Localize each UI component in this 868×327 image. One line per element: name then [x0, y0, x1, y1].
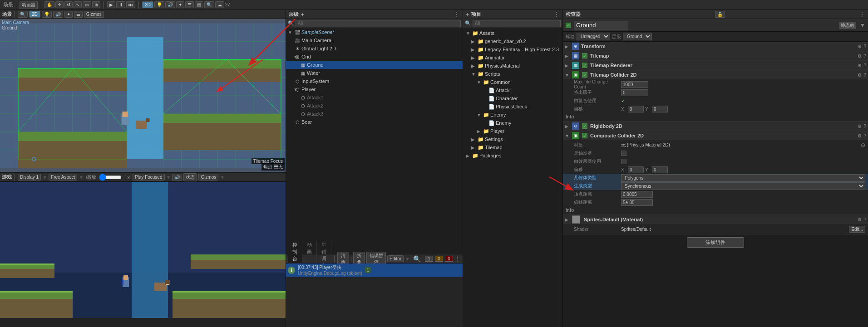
- composite-collider-header[interactable]: ▼ ▣ ✓ Composite Collider 2D ⚙ ?: [563, 131, 868, 140]
- hidden-btn[interactable]: ☰: [185, 1, 194, 8]
- tilemap-help[interactable]: ?: [863, 54, 866, 59]
- tree-water[interactable]: ▦ Water: [286, 69, 463, 77]
- composite-collider-settings[interactable]: ⚙: [858, 133, 862, 138]
- scene-hide-btn[interactable]: ☰: [74, 11, 83, 18]
- proj-packages[interactable]: ▶ 📁 Packages: [464, 151, 562, 160]
- scene-2d-btn[interactable]: 2D: [29, 11, 40, 18]
- tree-attack1[interactable]: ⬡ Attack1: [286, 93, 463, 102]
- proj-generic-char[interactable]: ▶ 📁 generic_char_v0.2: [464, 37, 562, 45]
- tilemap-renderer-header[interactable]: ▶ ▦ ✓ Tilemap Renderer ⚙ ?: [563, 61, 868, 70]
- rigidbody-check[interactable]: ✓: [582, 123, 587, 129]
- material-prop-target[interactable]: ⊙: [861, 142, 865, 148]
- rigidbody-settings[interactable]: ⚙: [858, 124, 862, 129]
- composite-collider-check[interactable]: ✓: [582, 133, 587, 138]
- hierarchy-add-btn[interactable]: +: [301, 11, 304, 18]
- lighting-btn[interactable]: 💡: [154, 1, 164, 8]
- tilemap-collider-help[interactable]: ?: [863, 73, 866, 78]
- vertex-dist-input[interactable]: [621, 191, 653, 198]
- offset-dist-input[interactable]: [621, 199, 653, 206]
- scene-gizmos-btn[interactable]: Gizmos: [84, 11, 104, 18]
- proj-enemy-folder[interactable]: ▼ 📁 Enemy: [464, 111, 562, 119]
- step-btn[interactable]: ⏭: [126, 1, 135, 8]
- stats-btn[interactable]: 状态: [183, 173, 197, 181]
- scene-light-btn[interactable]: 💡: [42, 11, 52, 18]
- pause-btn[interactable]: ⏸: [116, 1, 125, 8]
- proj-animator[interactable]: ▶ 📁 Animator: [464, 54, 562, 62]
- proj-physics[interactable]: ▶ 📁 PhysicsMaterial: [464, 62, 562, 70]
- log-item-0[interactable]: i [00:37:43] Player受伤 UnityEngine.Debug:…: [286, 264, 463, 277]
- hierarchy-search-input[interactable]: [296, 20, 461, 27]
- proj-attack-script[interactable]: 📄 Attack: [464, 86, 562, 94]
- play-btn[interactable]: ▶: [107, 1, 115, 8]
- tilemap-collider-header[interactable]: ▼ ▣ ✓ Tilemap Collider 2D ⚙ ?: [563, 70, 868, 79]
- rigidbody-help[interactable]: ?: [863, 124, 866, 129]
- tree-grid[interactable]: ▼ ⊞ Grid: [286, 53, 463, 61]
- editor-btn[interactable]: Editor: [387, 255, 404, 262]
- tree-global-light[interactable]: ☀ Global Light 2D: [286, 44, 463, 53]
- tree-input[interactable]: ⬡ InputSystem: [286, 77, 463, 85]
- layout-btn[interactable]: ▤: [195, 1, 203, 8]
- object-enable-checkbox[interactable]: ✓: [566, 23, 571, 28]
- tilemap-settings[interactable]: ⚙: [858, 54, 862, 59]
- composite-collider-help[interactable]: ?: [863, 133, 866, 138]
- tree-player[interactable]: ▼ ⬡ Player: [286, 85, 463, 93]
- static-arrow[interactable]: ▼: [860, 22, 865, 29]
- tag-dropdown[interactable]: Untagged: [577, 33, 610, 40]
- scale-slider[interactable]: [99, 174, 122, 181]
- search-btn[interactable]: 🔍: [204, 1, 214, 8]
- proj-tilemap-folder[interactable]: ▶ 📁 Tilemap: [464, 143, 562, 151]
- tilemap-collider-check[interactable]: ✓: [582, 72, 587, 78]
- proj-assets[interactable]: ▼ 📁 Assets: [464, 29, 562, 37]
- hierarchy-menu-btn[interactable]: ⋮: [454, 11, 460, 18]
- material-help[interactable]: ?: [863, 217, 866, 222]
- animator-btn[interactable]: 动画器: [20, 1, 38, 9]
- inspector-menu-btn[interactable]: ⋮: [859, 11, 865, 18]
- display-btn[interactable]: Display 1: [18, 174, 41, 181]
- tree-main-camera[interactable]: 🎥 Main Camera: [286, 36, 463, 44]
- scene-audio-btn[interactable]: 🔊: [53, 11, 63, 18]
- effector-checkbox[interactable]: [621, 159, 626, 164]
- tree-attack2[interactable]: ⬡ Attack2: [286, 102, 463, 110]
- scene-effects-btn[interactable]: ✦: [64, 11, 73, 18]
- material-header[interactable]: ▶ Sprites-Default (Material) ⚙ ?: [563, 215, 868, 224]
- used-by-composite-check[interactable]: ✓: [621, 98, 625, 104]
- offset-y-comp[interactable]: [652, 166, 668, 173]
- offset-x-collider[interactable]: [628, 106, 644, 112]
- tilemap-renderer-settings[interactable]: ⚙: [858, 63, 862, 68]
- geometry-dropdown[interactable]: Polygons Outlines: [621, 174, 865, 182]
- tilemap-renderer-check[interactable]: ✓: [582, 63, 587, 68]
- max-tile-input[interactable]: [621, 81, 648, 88]
- proj-settings[interactable]: ▶ 📁 Settings: [464, 135, 562, 143]
- 2d-mode-btn[interactable]: 2D: [142, 1, 153, 8]
- object-name-field[interactable]: [574, 21, 628, 29]
- transform-help[interactable]: ?: [863, 44, 866, 49]
- transform-tool[interactable]: ⊕: [92, 1, 100, 8]
- proj-common[interactable]: ▼ 📁 Common: [464, 78, 562, 86]
- transform-header[interactable]: ▶ ⊕ Transform ⚙ ?: [563, 42, 868, 51]
- project-menu-btn[interactable]: ⋮: [553, 11, 560, 18]
- edit-btn[interactable]: Edit...: [849, 226, 865, 233]
- audio-btn[interactable]: 🔊: [165, 1, 175, 8]
- add-component-btn[interactable]: 添加组件: [687, 237, 744, 248]
- game-gizmos-btn[interactable]: Gizmos: [198, 174, 218, 181]
- proj-character-script[interactable]: 📄 Character: [464, 94, 562, 102]
- tree-boar[interactable]: ⬡ Boar: [286, 118, 463, 126]
- rigidbody-header[interactable]: ▶ ⊙ ✓ Rigidbody 2D ⚙ ?: [563, 122, 868, 131]
- tree-ground[interactable]: ▦ Ground: [286, 61, 463, 69]
- tilemap-header[interactable]: ▶ ▦ ✓ Tilemap ⚙ ?: [563, 51, 868, 60]
- scene-root[interactable]: ▼ 🎬 SampleScene*: [286, 28, 463, 36]
- tilemap-collider-settings[interactable]: ⚙: [858, 73, 862, 78]
- offset-x-comp[interactable]: [628, 166, 644, 173]
- scene-search-btn[interactable]: 🔍: [18, 11, 28, 18]
- aspect-btn[interactable]: Free Aspect: [49, 174, 77, 181]
- proj-scripts[interactable]: ▼ 📁 Scripts: [464, 70, 562, 78]
- material-settings[interactable]: ⚙: [858, 217, 862, 222]
- inspector-lock-btn[interactable]: 🔒: [715, 11, 725, 18]
- trigger-checkbox[interactable]: [621, 151, 626, 156]
- console-menu-btn[interactable]: ⋮: [454, 255, 461, 263]
- tilemap-renderer-help[interactable]: ?: [863, 63, 866, 68]
- proj-legacy[interactable]: ▶ 📁 Legacy-Fantasy - High Forest 2.3: [464, 45, 562, 54]
- effects-btn[interactable]: ✦: [176, 1, 184, 8]
- proj-enemy-script[interactable]: 📄 Enemy: [464, 119, 562, 127]
- transform-settings[interactable]: ⚙: [858, 44, 862, 49]
